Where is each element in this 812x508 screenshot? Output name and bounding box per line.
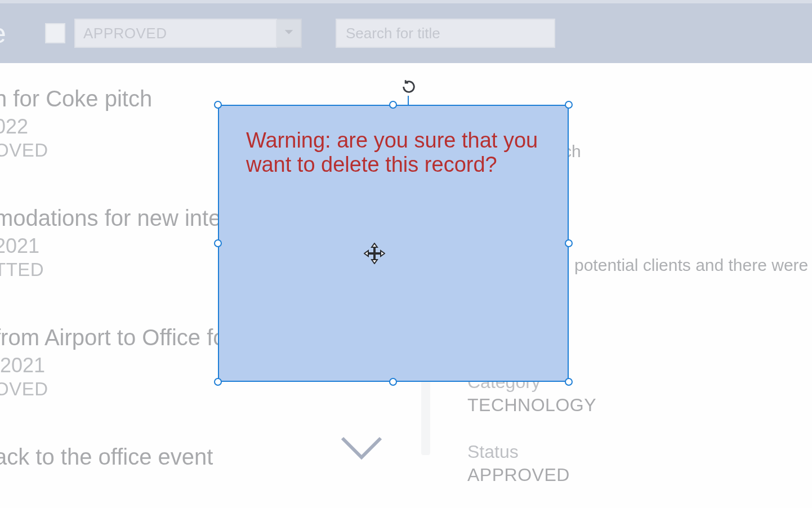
rotate-handle[interactable] — [400, 79, 418, 97]
chevron-down-icon — [283, 26, 295, 41]
rotate-icon — [401, 79, 417, 97]
page-title-fragment: se — [0, 18, 23, 49]
move-cursor-icon — [364, 243, 385, 266]
resize-handle-s[interactable] — [389, 378, 397, 386]
resize-handle-ne[interactable] — [565, 101, 573, 109]
status-filter[interactable]: APPROVED — [74, 19, 302, 48]
top-toolbar: se APPROVED Search for title — [0, 0, 812, 63]
status-filter-value[interactable]: APPROVED — [74, 19, 277, 48]
expand-chevron-icon[interactable] — [339, 435, 384, 463]
warning-dialog-shape[interactable]: Warning: are you sure that you want to d… — [218, 105, 569, 382]
category-value: TECHNOLOGY — [467, 395, 596, 416]
detail-text-fragment: potential clients and there were 6 of u — [574, 256, 812, 275]
warning-text: Warning: are you sure that you want to d… — [246, 128, 541, 176]
status-filter-dropdown-button[interactable] — [277, 19, 302, 48]
resize-handle-sw[interactable] — [214, 378, 222, 386]
resize-handle-n[interactable] — [389, 101, 397, 109]
status-label: Status — [467, 442, 596, 462]
resize-handle-nw[interactable] — [214, 101, 222, 109]
rotate-handle-stem — [408, 96, 409, 105]
resize-handle-w[interactable] — [214, 239, 222, 247]
search-placeholder: Search for title — [346, 25, 440, 42]
svg-marker-0 — [364, 243, 385, 264]
search-input[interactable]: Search for title — [336, 19, 555, 48]
filter-checkbox[interactable] — [45, 23, 65, 43]
record-details: Category TECHNOLOGY Status APPROVED — [467, 372, 596, 485]
resize-handle-se[interactable] — [565, 378, 573, 386]
resize-handle-e[interactable] — [565, 239, 573, 247]
status-value: APPROVED — [467, 465, 596, 485]
